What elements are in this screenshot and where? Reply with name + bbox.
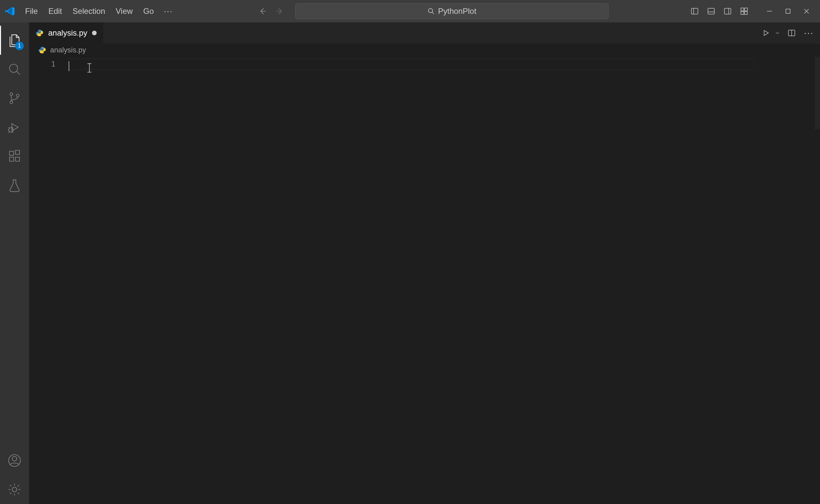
explorer-badge: 1 bbox=[15, 42, 24, 50]
line-number-gutter: 1 bbox=[29, 57, 69, 504]
activity-settings[interactable] bbox=[0, 475, 29, 504]
svg-rect-15 bbox=[10, 157, 14, 161]
menu-item-edit[interactable]: Edit bbox=[43, 0, 67, 22]
activity-testing[interactable] bbox=[0, 171, 29, 200]
svg-rect-8 bbox=[786, 9, 790, 14]
main-area: 1 bbox=[0, 22, 820, 504]
toggle-panel-button[interactable] bbox=[703, 3, 719, 19]
panel-right-icon bbox=[723, 7, 732, 15]
unsaved-indicator-icon bbox=[92, 31, 97, 35]
panel-left-icon bbox=[690, 7, 699, 15]
svg-rect-16 bbox=[15, 157, 19, 161]
window-minimize-button[interactable] bbox=[761, 3, 778, 19]
svg-point-10 bbox=[10, 93, 13, 96]
nav-forward-button[interactable] bbox=[272, 4, 287, 18]
menu-overflow-icon[interactable]: ··· bbox=[159, 0, 177, 22]
menu-item-selection[interactable]: Selection bbox=[67, 0, 110, 22]
activity-search[interactable] bbox=[0, 55, 29, 84]
git-branch-icon bbox=[7, 91, 22, 105]
code-content[interactable] bbox=[69, 57, 820, 504]
tab-spacer bbox=[104, 22, 755, 44]
svg-rect-1 bbox=[691, 8, 698, 14]
title-bar-center: PythonPlot bbox=[177, 3, 687, 19]
window-controls bbox=[761, 3, 815, 19]
activity-run-debug[interactable] bbox=[0, 113, 29, 142]
svg-point-20 bbox=[12, 487, 17, 492]
run-split-button[interactable] bbox=[759, 26, 782, 40]
flask-icon bbox=[7, 178, 22, 193]
close-icon bbox=[802, 7, 811, 15]
window-close-button[interactable] bbox=[798, 3, 815, 19]
svg-point-12 bbox=[16, 94, 19, 97]
editor-area: analysis.py ··· bbox=[29, 22, 820, 504]
tab-analysis-py[interactable]: analysis.py bbox=[29, 22, 104, 44]
run-dropdown-button[interactable] bbox=[773, 26, 782, 40]
command-center-search[interactable]: PythonPlot bbox=[295, 3, 609, 19]
svg-rect-2 bbox=[708, 8, 714, 14]
minimize-icon bbox=[765, 7, 774, 15]
gear-icon bbox=[7, 482, 22, 497]
svg-rect-4 bbox=[741, 8, 744, 11]
svg-rect-7 bbox=[744, 12, 747, 15]
editor-tab-row: analysis.py ··· bbox=[29, 22, 820, 44]
debug-icon bbox=[7, 120, 22, 134]
svg-rect-3 bbox=[724, 8, 731, 14]
breadcrumb-bar[interactable]: analysis.py bbox=[29, 44, 820, 57]
code-editor[interactable]: 1 bbox=[29, 57, 820, 504]
maximize-icon bbox=[784, 7, 792, 15]
toggle-primary-sidebar-button[interactable] bbox=[687, 3, 703, 19]
svg-point-9 bbox=[10, 64, 18, 73]
mouse-ibeam-cursor-icon bbox=[89, 63, 90, 73]
editor-more-actions-button[interactable]: ··· bbox=[802, 26, 816, 40]
vscode-icon bbox=[0, 0, 20, 22]
svg-point-11 bbox=[10, 101, 13, 104]
title-bar-left: File Edit Selection View Go ··· bbox=[0, 0, 177, 22]
code-line-1 bbox=[69, 59, 820, 70]
menu-item-view[interactable]: View bbox=[110, 0, 138, 22]
activity-explorer[interactable]: 1 bbox=[0, 26, 29, 55]
panel-bottom-icon bbox=[707, 7, 715, 15]
svg-rect-5 bbox=[744, 8, 747, 11]
minimap[interactable] bbox=[815, 57, 820, 129]
arrow-right-icon bbox=[275, 7, 284, 15]
svg-point-19 bbox=[12, 457, 17, 461]
breadcrumb-file: analysis.py bbox=[50, 46, 86, 54]
extensions-icon bbox=[7, 149, 22, 163]
activity-extensions[interactable] bbox=[0, 142, 29, 171]
arrow-left-icon bbox=[258, 7, 267, 15]
activity-source-control[interactable] bbox=[0, 84, 29, 113]
customize-layout-button[interactable] bbox=[736, 3, 752, 19]
nav-back-button[interactable] bbox=[256, 4, 270, 18]
menu-bar: File Edit Selection View Go ··· bbox=[20, 0, 177, 22]
split-editor-button[interactable] bbox=[784, 26, 799, 40]
line-number: 1 bbox=[29, 59, 55, 70]
run-button[interactable] bbox=[759, 26, 773, 40]
text-caret bbox=[69, 61, 69, 71]
svg-point-0 bbox=[429, 9, 433, 13]
search-icon bbox=[428, 8, 435, 15]
toggle-secondary-sidebar-button[interactable] bbox=[720, 3, 736, 19]
python-file-icon bbox=[38, 46, 46, 54]
chevron-down-icon bbox=[774, 30, 780, 36]
svg-rect-14 bbox=[10, 151, 14, 155]
search-text: PythonPlot bbox=[438, 7, 476, 16]
svg-rect-17 bbox=[15, 150, 19, 154]
editor-actions: ··· bbox=[755, 22, 820, 44]
python-file-icon bbox=[36, 29, 44, 37]
title-bar: File Edit Selection View Go ··· PythonPl… bbox=[0, 0, 820, 22]
layout-controls bbox=[687, 3, 752, 19]
ellipsis-icon: ··· bbox=[804, 28, 813, 38]
play-icon bbox=[762, 29, 770, 37]
search-icon bbox=[7, 62, 22, 76]
svg-rect-6 bbox=[741, 12, 744, 15]
tab-label: analysis.py bbox=[48, 28, 87, 38]
window-maximize-button[interactable] bbox=[779, 3, 797, 19]
activity-bar: 1 bbox=[0, 22, 29, 504]
svg-point-13 bbox=[9, 128, 13, 132]
activity-accounts[interactable] bbox=[0, 446, 29, 475]
title-bar-right bbox=[687, 3, 817, 19]
layout-grid-icon bbox=[740, 7, 748, 15]
menu-item-file[interactable]: File bbox=[20, 0, 43, 22]
split-horizontal-icon bbox=[787, 29, 796, 37]
menu-item-go[interactable]: Go bbox=[138, 0, 159, 22]
